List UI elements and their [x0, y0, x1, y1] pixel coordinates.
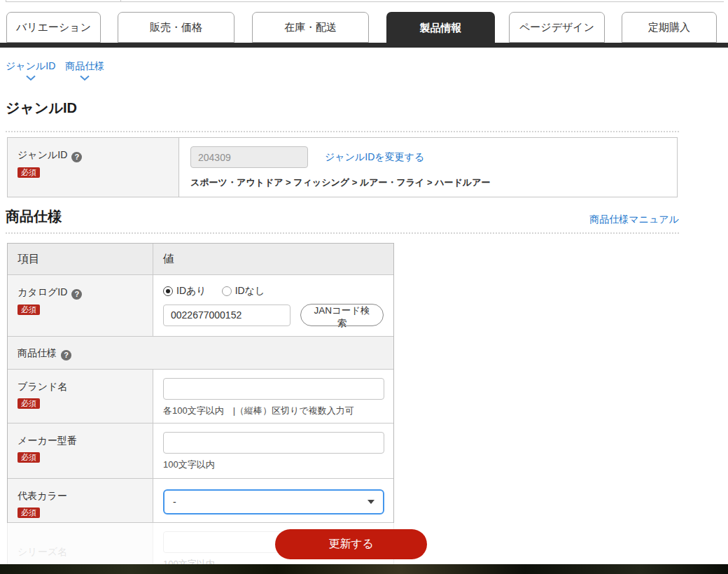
- brand-label-cell: ブランド名 必須: [8, 370, 153, 423]
- brand-hint: 各100文字以内 |（縦棒）区切りで複数入力可: [163, 405, 384, 417]
- background-photo-strip: [0, 564, 728, 574]
- anchor-links: ジャンルID 商品仕様: [6, 60, 104, 81]
- catalog-id-label-cell: カタログID? 必須: [8, 275, 153, 336]
- spec-subsection-label: 商品仕様: [18, 347, 57, 358]
- select-value: -: [173, 496, 176, 507]
- genre-id-label: ジャンルID: [18, 149, 67, 160]
- tab-subscription[interactable]: 定期購入: [622, 12, 717, 43]
- model-value-cell: 100文字以内: [153, 424, 394, 478]
- required-badge: 必須: [18, 452, 40, 463]
- tab-page-design[interactable]: ページデザイン: [509, 12, 605, 43]
- chevron-down-icon: [79, 75, 90, 81]
- catalog-id-value-cell: IDあり IDなし JANコード検索: [153, 275, 393, 336]
- radio-option-id-available[interactable]: IDあり: [163, 285, 206, 298]
- genre-id-input: [190, 146, 308, 168]
- help-icon[interactable]: ?: [61, 350, 71, 360]
- model-label-cell: メーカー型番 必須: [8, 424, 153, 478]
- table-row-model-number: メーカー型番 必須 100文字以内: [8, 424, 393, 479]
- radio-label: IDなし: [235, 285, 265, 298]
- radio-option-id-none[interactable]: IDなし: [222, 285, 265, 298]
- genre-id-value-cell: ジャンルIDを変更する スポーツ・アウトドア > フィッシング > ルアー・フラ…: [179, 138, 677, 197]
- radio-selected-icon[interactable]: [163, 286, 173, 296]
- top-cutoff-tick: [120, 0, 121, 2]
- chevron-down-icon: [25, 75, 36, 81]
- color-value-cell: -: [153, 479, 394, 522]
- section-divider: [6, 232, 679, 234]
- radio-unselected-icon[interactable]: [222, 286, 232, 296]
- anchor-genre-id[interactable]: ジャンルID: [6, 60, 55, 81]
- required-badge: 必須: [18, 507, 40, 518]
- brand-value-cell: 各100文字以内 |（縦棒）区切りで複数入力可: [153, 370, 394, 423]
- representative-color-select[interactable]: -: [163, 489, 384, 514]
- required-badge: 必須: [18, 398, 40, 409]
- top-cutoff-tick: [6, 0, 6, 2]
- tab-product-info[interactable]: 製品情報: [386, 12, 495, 48]
- model-hint: 100文字以内: [163, 458, 384, 471]
- brand-label: ブランド名: [18, 381, 67, 392]
- spec-table-header: 項目 値: [8, 244, 393, 275]
- required-badge: 必須: [18, 167, 40, 178]
- required-badge: 必須: [18, 304, 40, 315]
- top-cutoff-divider: [6, 1, 724, 2]
- change-genre-id-link[interactable]: ジャンルIDを変更する: [325, 151, 424, 164]
- model-label: メーカー型番: [18, 435, 77, 446]
- genre-section-heading: ジャンルID: [6, 99, 77, 118]
- tab-stock-shipping[interactable]: 在庫・配送: [252, 12, 369, 43]
- tab-variation[interactable]: バリエーション: [6, 12, 101, 43]
- table-row-catalog-id: カタログID? 必須 IDあり IDなし JANコード検索: [8, 275, 393, 337]
- genre-id-label-cell: ジャンルID? 必須: [8, 138, 179, 197]
- table-row-spec-subsection: 商品仕様?: [8, 337, 393, 370]
- anchor-genre-id-link[interactable]: ジャンルID: [6, 60, 55, 73]
- anchor-spec[interactable]: 商品仕様: [65, 60, 104, 81]
- spec-manual-link[interactable]: 商品仕様マニュアル: [589, 214, 679, 226]
- tab-sales-price[interactable]: 販売・価格: [118, 12, 234, 43]
- help-icon[interactable]: ?: [71, 289, 82, 300]
- color-label: 代表カラー: [18, 490, 67, 501]
- brand-name-input[interactable]: [163, 378, 384, 400]
- anchor-spec-link[interactable]: 商品仕様: [65, 60, 104, 73]
- catalog-id-label: カタログID: [18, 286, 67, 298]
- select-caret-icon: [368, 500, 374, 504]
- model-number-input[interactable]: [163, 432, 384, 454]
- spec-subsection-cell: 商品仕様?: [8, 337, 81, 369]
- table-row-representative-color: 代表カラー 必須 -: [8, 479, 393, 523]
- header-value-cell: 値: [153, 244, 393, 274]
- tab-bar-underline: [0, 43, 728, 48]
- table-row-brand: ブランド名 必須 各100文字以内 |（縦棒）区切りで複数入力可: [8, 370, 393, 424]
- spec-heading-row: 商品仕様 商品仕様マニュアル: [6, 207, 679, 226]
- help-icon[interactable]: ?: [71, 152, 82, 162]
- jan-code-search-button[interactable]: JANコード検索: [300, 304, 384, 326]
- header-item-cell: 項目: [8, 244, 153, 274]
- update-button[interactable]: 更新する: [275, 529, 427, 559]
- radio-label: IDあり: [176, 285, 206, 298]
- genre-id-table: ジャンルID? 必須 ジャンルIDを変更する スポーツ・アウトドア > フィッシ…: [7, 137, 678, 197]
- section-divider: [6, 131, 679, 132]
- genre-breadcrumb: スポーツ・アウトドア > フィッシング > ルアー・フライ > ハードルアー: [190, 176, 666, 189]
- tab-bar: バリエーション 販売・価格 在庫・配送 製品情報 ページデザイン 定期購入: [0, 12, 728, 48]
- jan-code-input[interactable]: [163, 304, 290, 326]
- spec-section-heading: 商品仕様: [6, 207, 62, 226]
- color-label-cell: 代表カラー 必須: [8, 479, 153, 522]
